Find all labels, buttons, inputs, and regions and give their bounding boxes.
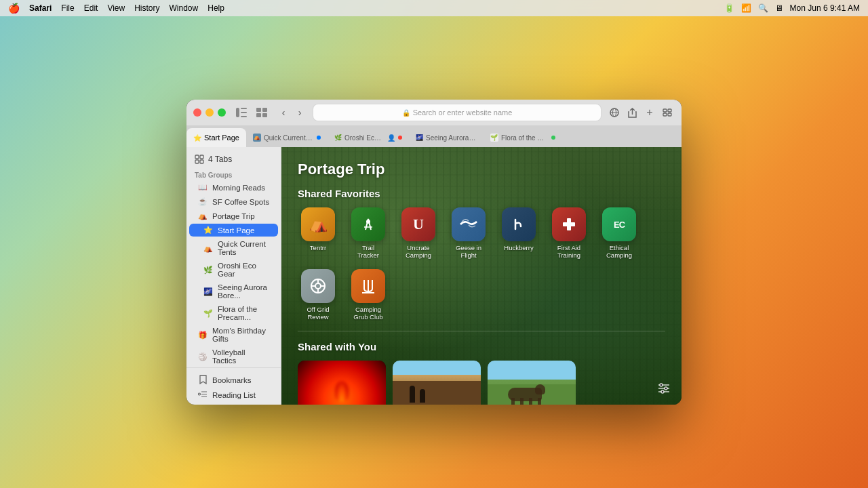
- fav-label-trail: TrailTracker: [357, 244, 379, 260]
- file-menu[interactable]: File: [61, 3, 74, 13]
- sidebar-toggle-button[interactable]: [234, 105, 249, 120]
- view-menu[interactable]: View: [107, 3, 125, 13]
- svg-rect-18: [200, 160, 203, 163]
- help-menu[interactable]: Help: [208, 3, 224, 13]
- tab-aurora[interactable]: 🌌 Seeing Aurora Boreal...: [409, 128, 484, 147]
- svg-rect-16: [200, 155, 203, 159]
- bookmarks-icon: [197, 375, 208, 386]
- svg-rect-7: [262, 113, 267, 117]
- tab-user-icon-oroshi: 👤: [387, 134, 395, 142]
- quick-tents-sidebar-label: Quick Current Tents: [218, 240, 270, 256]
- start-page-sidebar-icon: ⭐: [203, 226, 214, 235]
- tab-favicon-flora: 🌱: [490, 134, 498, 142]
- sidebar-bookmarks[interactable]: Bookmarks: [189, 373, 278, 388]
- sidebar-reading-list[interactable]: Reading List: [189, 388, 278, 401]
- tabs-bar: ⭐ Start Page ⛺ Quick Current Tents 🌿 Oro…: [186, 125, 682, 147]
- fav-offgrid[interactable]: Off GridReview: [298, 269, 338, 321]
- sidebar-page-start[interactable]: ⭐ Start Page: [189, 224, 278, 237]
- tab-quick-tents[interactable]: ⛺ Quick Current Tents: [246, 128, 328, 147]
- card-image-trail: [393, 361, 481, 405]
- card-moose[interactable]: What To Do When You See a Mod... algonqu…: [488, 361, 576, 405]
- sidebar-group-moms-birthday[interactable]: 🎁 Mom's Birthday Gifts: [189, 325, 278, 345]
- reading-list-label: Reading List: [212, 391, 256, 399]
- fav-tentrr[interactable]: ⛺ Tentrr: [298, 207, 338, 260]
- aurora-sidebar-icon: 🌌: [203, 287, 214, 296]
- sidebar-group-sf-coffee[interactable]: ☕ SF Coffee Spots: [189, 195, 278, 208]
- sidebar-shared-with-you[interactable]: Shared with You: [189, 402, 278, 405]
- apple-menu[interactable]: 🍎: [8, 3, 20, 14]
- tab-label-start: Start Page: [204, 134, 239, 142]
- volleyball-icon: 🏐: [197, 352, 208, 361]
- back-button[interactable]: ‹: [276, 105, 291, 120]
- maximize-button[interactable]: [218, 108, 226, 117]
- history-menu[interactable]: History: [134, 3, 159, 13]
- sidebar-page-oroshi[interactable]: 🌿 Oroshi Eco Gear: [189, 260, 278, 280]
- sidebar-group-portage[interactable]: ⛺ Portage Trip: [189, 209, 278, 222]
- fav-huckberry[interactable]: Huckberry: [498, 207, 539, 260]
- tab-overview-button[interactable]: [660, 105, 675, 120]
- fav-firstaid[interactable]: First AidTraining: [549, 207, 589, 260]
- nav-buttons: ‹ ›: [276, 105, 307, 120]
- fav-camping-grub[interactable]: CampingGrub Club: [348, 269, 389, 321]
- sidebar-page-quick-tents[interactable]: ⛺ Quick Current Tents: [189, 238, 278, 258]
- card-campfire[interactable]: Tricks For Building a Campfire—F... with…: [298, 361, 386, 405]
- menubar: 🍎 Safari File Edit View History Window H…: [0, 0, 868, 16]
- new-tab-button[interactable]: +: [642, 105, 657, 120]
- sidebar-page-aurora[interactable]: 🌌 Seeing Aurora Bore...: [189, 281, 278, 302]
- tab-label-tents: Quick Current Tents: [264, 134, 314, 142]
- search-icon[interactable]: 🔍: [758, 3, 768, 13]
- svg-rect-6: [256, 113, 261, 117]
- website-settings-button[interactable]: [607, 105, 622, 120]
- fav-icon-uncrate: U: [401, 207, 435, 241]
- display-icon: 🖥: [775, 3, 783, 13]
- traffic-lights: [193, 108, 226, 117]
- trail-person-1: [410, 386, 415, 403]
- fav-uncrate[interactable]: U UncrateCamping: [398, 207, 439, 260]
- fav-geese[interactable]: Geese inFlight: [448, 207, 489, 260]
- window-menu[interactable]: Window: [170, 3, 199, 13]
- tab-favicon-start: ⭐: [193, 134, 201, 142]
- sf-coffee-icon: ☕: [197, 197, 208, 206]
- menubar-left: 🍎 Safari File Edit View History Window H…: [8, 3, 224, 14]
- moose-legs: [511, 398, 541, 405]
- fav-ethical-camping[interactable]: EC EthicalCamping: [599, 207, 639, 260]
- tab-favicon-tents: ⛺: [253, 134, 261, 142]
- tab-dot-flora: [551, 136, 555, 140]
- share-button[interactable]: [625, 105, 639, 120]
- customize-button[interactable]: [656, 380, 672, 396]
- webpage[interactable]: Portage Trip Shared Favorites ⛺ Tentrr: [281, 147, 682, 405]
- tab-grid-button[interactable]: [256, 106, 268, 119]
- sf-coffee-label: SF Coffee Spots: [212, 198, 269, 206]
- tab-start-page[interactable]: ⭐ Start Page: [186, 128, 246, 147]
- trail-ground: [393, 381, 481, 405]
- tab-oroshi[interactable]: 🌿 Oroshi Eco Gear 👤: [328, 128, 409, 147]
- moose-leg-1: [511, 398, 515, 405]
- fav-label-firstaid: First AidTraining: [557, 244, 580, 260]
- address-bar[interactable]: 🔒 Search or enter website name: [313, 104, 601, 121]
- fav-label-huckberry: Huckberry: [504, 244, 533, 251]
- app-name-menu[interactable]: Safari: [29, 3, 52, 13]
- shared-with-you-title: Shared with You: [298, 341, 665, 352]
- tab-flora[interactable]: 🌱 Flora of the Precambi...: [484, 128, 562, 147]
- fav-label-camping: CampingGrub Club: [353, 306, 382, 321]
- fav-label-geese: Geese inFlight: [456, 244, 481, 260]
- card-ontario[interactable]: Ontario Trail Guide trailsontario.com Fr…: [393, 361, 481, 405]
- svg-point-41: [661, 390, 664, 393]
- morning-reads-icon: 📖: [197, 183, 208, 192]
- close-button[interactable]: [193, 108, 201, 117]
- svg-rect-12: [668, 109, 671, 112]
- forward-button[interactable]: ›: [292, 105, 307, 120]
- minimize-button[interactable]: [205, 108, 214, 117]
- sidebar-group-volleyball[interactable]: 🏐 Volleyball Tactics: [189, 346, 278, 367]
- portage-label: Portage Trip: [212, 212, 255, 220]
- svg-point-19: [199, 393, 201, 395]
- edit-menu[interactable]: Edit: [84, 3, 98, 13]
- morning-reads-label: Morning Reads: [212, 184, 265, 192]
- fav-label-offgrid: Off GridReview: [307, 306, 329, 321]
- fav-trail-tracker[interactable]: TrailTracker: [348, 207, 389, 260]
- sidebar-group-morning-reads[interactable]: 📖 Morning Reads: [189, 181, 278, 194]
- tab-label-oroshi: Oroshi Eco Gear: [344, 134, 384, 142]
- bookmarks-label: Bookmarks: [212, 376, 252, 384]
- sidebar-page-flora[interactable]: 🌱 Flora of the Precam...: [189, 303, 278, 323]
- section-divider: [298, 331, 665, 331]
